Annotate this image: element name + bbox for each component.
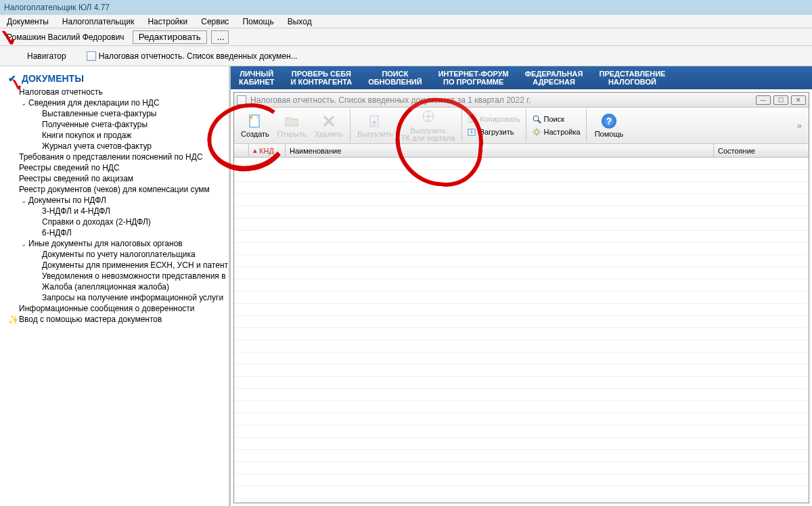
- svg-rect-6: [471, 114, 476, 121]
- user-name: Ромашкин Василий Федорович: [3, 31, 129, 43]
- toolbar-settings-label: Настройка: [544, 128, 581, 136]
- navigator-pane: ✓ ✔ ДОКУМЕНТЫ Налоговая отчетность ⌄Свед…: [0, 66, 230, 506]
- menu-taxpayer[interactable]: Налогоплательщик: [57, 16, 140, 28]
- tab-updates[interactable]: ПОИСК ОБНОВЛЕНИЙ: [360, 70, 430, 86]
- table-col-name[interactable]: Наименование: [286, 144, 714, 157]
- toolbar-unload-label: Выгрузить: [357, 131, 393, 138]
- svg-line-9: [538, 120, 541, 123]
- toolbar-settings-button[interactable]: Настройка: [529, 127, 583, 137]
- menu-help[interactable]: Помощь: [237, 16, 279, 28]
- delete-icon: [321, 113, 337, 129]
- tree-vat-info[interactable]: ⌄Сведения для декларации по НДС: [3, 97, 229, 108]
- toolbar-copy-label: Копировать: [480, 115, 520, 123]
- copy-icon: [468, 114, 477, 124]
- tree-proxy-info[interactable]: Информационные сообщения о доверенности: [3, 303, 229, 314]
- tree-vat-requirements[interactable]: Требования о представлении пояснений по …: [3, 152, 229, 162]
- tab-submit[interactable]: ПРЕДСТАВЛЕНИЕ НАЛОГОВОЙ: [591, 70, 673, 86]
- tree-invoice-journal[interactable]: Журнал учета счетов-фактур: [3, 141, 229, 152]
- window-titlebar: Налогоплательщик ЮЛ 4.77: [0, 0, 812, 15]
- breadcrumb-navigator-label: Навигатор: [27, 51, 66, 61]
- more-user-button[interactable]: ...: [211, 30, 229, 44]
- toolbar-chevron-icon[interactable]: »: [797, 121, 806, 131]
- edit-user-button[interactable]: Редактировать: [133, 30, 207, 44]
- menu-documents[interactable]: Документы: [1, 16, 54, 28]
- breadcrumb-navigator[interactable]: Навигатор: [27, 51, 66, 61]
- toolbar-unload-tk-label: Выгрузить ТК для портала: [401, 127, 455, 142]
- tree-issued-invoices[interactable]: Выставленные счета-фактуры: [3, 108, 229, 119]
- globe-export-icon: [420, 110, 436, 126]
- tree-excise-registries[interactable]: Реестры сведений по акцизам: [3, 173, 229, 184]
- window-minimize-button[interactable]: —: [756, 95, 771, 105]
- toolbar-create-button[interactable]: ✶ Создать: [237, 109, 273, 142]
- tree-esxn-usn[interactable]: Документы для применения ЕСХН, УСН и пат…: [3, 260, 229, 271]
- svg-text:✶: ✶: [248, 114, 254, 121]
- search-icon: [532, 114, 541, 124]
- new-file-icon: ✶: [247, 113, 263, 129]
- document-icon: [237, 95, 246, 105]
- toolbar-open-label: Открыть: [277, 131, 307, 138]
- document-icon: [87, 51, 96, 61]
- toolbar-delete-button[interactable]: Удалить: [311, 109, 347, 142]
- toolbar-help-button[interactable]: ? Помощь: [589, 112, 629, 139]
- app-title: Налогоплательщик ЮЛ 4.77: [4, 3, 110, 12]
- tree-complaint[interactable]: Жалоба (апелляционная жалоба): [3, 281, 229, 292]
- tree-purchase-sales-books[interactable]: Книги покупок и продаж: [3, 130, 229, 141]
- nav-tree: Налоговая отчетность ⌄Сведения для декла…: [3, 87, 229, 325]
- toolbar-help-label: Помощь: [595, 130, 624, 138]
- export-icon: [367, 113, 383, 129]
- tree-other-docs[interactable]: ⌄Иные документы для налоговых органов: [3, 238, 229, 249]
- table-col-flag[interactable]: [234, 144, 249, 157]
- tree-ndfl-34[interactable]: 3-НДФЛ и 4-НДФЛ: [3, 206, 229, 216]
- toolbar-unload-button[interactable]: Выгрузить: [353, 109, 397, 142]
- tab-check[interactable]: ПРОВЕРЬ СЕБЯ И КОНТРАГЕНТА: [282, 70, 360, 86]
- document-window-title: Налоговая отчетность. Список введенных д…: [250, 95, 531, 105]
- tab-forum[interactable]: ИНТЕРНЕТ-ФОРУМ ПО ПРОГРАММЕ: [430, 70, 517, 86]
- table-body-empty: [234, 158, 809, 503]
- tree-ndfl-docs[interactable]: ⌄Документы по НДФЛ: [3, 195, 229, 206]
- import-icon: [468, 127, 477, 137]
- documents-table[interactable]: ▴ КНД Наименование Состояние: [234, 144, 809, 503]
- tree-impossibility[interactable]: Уведомления о невозможности представлени…: [3, 271, 229, 281]
- tree-vat-registries[interactable]: Реестры сведений по НДС: [3, 162, 229, 173]
- tree-compensation-registry[interactable]: Реестр документов (чеков) для компенсаци…: [3, 184, 229, 195]
- toolbar-create-label: Создать: [241, 131, 269, 138]
- blue-nav-tabs: ЛИЧНЫЙ КАБИНЕТ ПРОВЕРЬ СЕБЯ И КОНТРАГЕНТ…: [231, 66, 812, 89]
- window-close-button[interactable]: ✕: [791, 95, 806, 105]
- toolbar-unload-tk-button[interactable]: Выгрузить ТК для портала: [397, 109, 459, 142]
- toolbar-delete-label: Удалить: [315, 131, 343, 138]
- tree-wizard[interactable]: ✨ Ввод с помощью мастера документов: [3, 314, 229, 325]
- help-icon: ?: [602, 114, 616, 129]
- gear-icon: [532, 127, 541, 137]
- menu-service[interactable]: Сервис: [196, 16, 234, 28]
- toolbar-copy-button[interactable]: Копировать: [465, 114, 522, 124]
- tree-taxpayer-docs[interactable]: Документы по учету налогоплательщика: [3, 249, 229, 260]
- toolbar-open-button[interactable]: Открыть: [273, 109, 311, 142]
- tree-received-invoices[interactable]: Полученные счета-фактуры: [3, 119, 229, 130]
- user-row: ✓ Ромашкин Василий Федорович Редактирова…: [0, 28, 812, 46]
- document-toolbar: ✶ Создать Открыть Удалить: [234, 108, 809, 144]
- menu-settings[interactable]: Настройки: [142, 16, 193, 28]
- document-window-titlebar: Налоговая отчетность. Список введенных д…: [234, 93, 809, 108]
- tree-info-service[interactable]: Запросы на получение информационной услу…: [3, 292, 229, 303]
- tree-ndfl-6[interactable]: 6-НДФЛ: [3, 227, 229, 238]
- toolbar-load-button[interactable]: Загрузить: [465, 127, 522, 137]
- window-maximize-button[interactable]: ☐: [773, 95, 788, 105]
- table-header: ▴ КНД Наименование Состояние: [234, 144, 809, 158]
- toolbar-search-button[interactable]: Поиск: [529, 114, 583, 124]
- open-folder-icon: [284, 113, 300, 129]
- tab-federal[interactable]: ФЕДЕРАЛЬНАЯ АДРЕСНАЯ: [517, 70, 591, 86]
- table-col-knd[interactable]: ▴ КНД: [249, 144, 286, 157]
- menu-exit[interactable]: Выход: [282, 16, 317, 28]
- toolbar-load-label: Загрузить: [480, 128, 514, 136]
- tree-tax-reporting[interactable]: Налоговая отчетность: [3, 87, 229, 97]
- breadcrumb-document-label: Налоговая отчетность. Список введенных д…: [99, 51, 298, 61]
- svg-point-8: [533, 116, 539, 121]
- table-col-state[interactable]: Состояние: [714, 144, 809, 157]
- tree-ndfl-2[interactable]: Справки о доходах (2-НДФЛ): [3, 216, 229, 227]
- svg-point-10: [535, 130, 539, 134]
- tab-cabinet[interactable]: ЛИЧНЫЙ КАБИНЕТ: [231, 70, 282, 86]
- breadcrumb-document-list[interactable]: Налоговая отчетность. Список введенных д…: [87, 51, 298, 61]
- workspace: ЛИЧНЫЙ КАБИНЕТ ПРОВЕРЬ СЕБЯ И КОНТРАГЕНТ…: [230, 66, 812, 506]
- wand-icon: ✨: [8, 315, 18, 324]
- document-window: Налоговая отчетность. Список введенных д…: [233, 92, 809, 503]
